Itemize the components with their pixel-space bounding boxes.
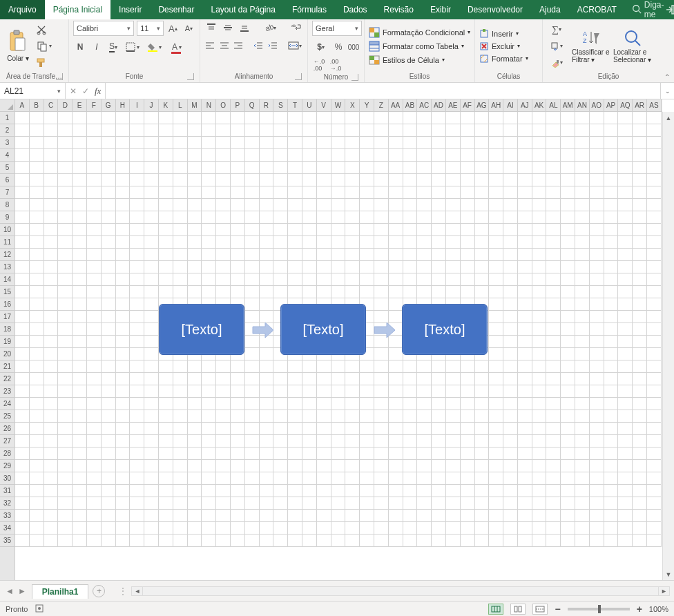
cell[interactable]: [561, 336, 575, 348]
cell[interactable]: [647, 398, 662, 410]
cell[interactable]: [403, 485, 418, 497]
cell[interactable]: [633, 385, 647, 398]
cell[interactable]: [461, 261, 475, 273]
collapse-ribbon-button[interactable]: ⌃: [664, 73, 670, 81]
cell[interactable]: [518, 162, 532, 174]
cell[interactable]: [260, 373, 274, 385]
cell[interactable]: [216, 485, 231, 497]
cell[interactable]: [231, 174, 245, 186]
column-header[interactable]: AF: [461, 99, 475, 111]
cell[interactable]: [489, 273, 503, 286]
cell[interactable]: [374, 373, 389, 385]
cell[interactable]: [461, 385, 475, 398]
cell[interactable]: [489, 149, 503, 162]
cell[interactable]: [260, 497, 274, 510]
cell[interactable]: [546, 174, 561, 186]
cell[interactable]: [116, 162, 131, 174]
cell[interactable]: [302, 447, 317, 460]
cell[interactable]: [102, 435, 116, 447]
cell[interactable]: [374, 348, 389, 360]
tell-me-search[interactable]: Diga-me: [632, 0, 664, 19]
cell[interactable]: [288, 510, 302, 522]
row-header[interactable]: 14: [0, 273, 15, 286]
cell[interactable]: [231, 211, 245, 224]
cell[interactable]: [73, 249, 87, 261]
cell[interactable]: [30, 510, 44, 522]
cell[interactable]: [489, 162, 503, 174]
cell[interactable]: [546, 497, 561, 510]
row-header[interactable]: 4: [0, 149, 15, 162]
row-header[interactable]: 33: [0, 510, 15, 522]
cell[interactable]: [58, 497, 73, 510]
cell[interactable]: [604, 286, 619, 298]
cell[interactable]: [102, 236, 116, 249]
cell[interactable]: [518, 124, 532, 137]
cell[interactable]: [159, 522, 173, 535]
cell[interactable]: [489, 472, 503, 485]
cell[interactable]: [173, 224, 188, 236]
cell[interactable]: [647, 385, 662, 398]
cell[interactable]: [446, 273, 461, 286]
smartart-box-3[interactable]: [Texto]: [402, 304, 488, 355]
cell[interactable]: [633, 112, 647, 124]
cell[interactable]: [130, 410, 144, 423]
row-header[interactable]: 10: [0, 224, 15, 236]
cell[interactable]: [647, 261, 662, 273]
cell[interactable]: [245, 410, 260, 423]
cell[interactable]: [618, 385, 633, 398]
cell[interactable]: [489, 460, 503, 472]
cell[interactable]: [417, 211, 432, 224]
cell[interactable]: [532, 497, 547, 510]
sheet-nav-prev[interactable]: ◄: [6, 586, 14, 596]
cell[interactable]: [618, 323, 633, 336]
cell[interactable]: [575, 535, 590, 547]
cell[interactable]: [618, 472, 633, 485]
row-header[interactable]: 25: [0, 410, 15, 423]
cell[interactable]: [604, 174, 619, 186]
cell[interactable]: [173, 360, 188, 373]
cell[interactable]: [144, 472, 159, 485]
cell[interactable]: [202, 286, 216, 298]
cell[interactable]: [604, 398, 619, 410]
cell[interactable]: [144, 224, 159, 236]
cell[interactable]: [231, 398, 245, 410]
cell[interactable]: [489, 199, 503, 211]
cell[interactable]: [389, 298, 403, 311]
cell[interactable]: [389, 348, 403, 360]
cell[interactable]: [389, 423, 403, 435]
cell[interactable]: [288, 385, 302, 398]
cell[interactable]: [374, 137, 389, 149]
column-header[interactable]: AQ: [618, 99, 633, 111]
cell[interactable]: [518, 137, 532, 149]
cell[interactable]: [546, 472, 561, 485]
cell[interactable]: [403, 398, 418, 410]
cell[interactable]: [159, 186, 173, 199]
cell[interactable]: [159, 273, 173, 286]
cell[interactable]: [403, 273, 418, 286]
cell[interactable]: [374, 360, 389, 373]
cell[interactable]: [116, 124, 131, 137]
cell[interactable]: [590, 385, 604, 398]
cell[interactable]: [503, 535, 518, 547]
cell[interactable]: [503, 485, 518, 497]
cell[interactable]: [144, 360, 159, 373]
cell[interactable]: [518, 535, 532, 547]
column-header[interactable]: P: [231, 99, 245, 111]
cell[interactable]: [518, 298, 532, 311]
cell[interactable]: [202, 224, 216, 236]
cell[interactable]: [618, 211, 633, 224]
cell[interactable]: [144, 460, 159, 472]
column-header[interactable]: AK: [532, 99, 547, 111]
cell[interactable]: [73, 236, 87, 249]
cell[interactable]: [288, 199, 302, 211]
cell[interactable]: [188, 447, 202, 460]
cell[interactable]: [432, 137, 446, 149]
cell[interactable]: [102, 286, 116, 298]
cell[interactable]: [44, 460, 59, 472]
merge-center-button[interactable]: ▾: [287, 39, 303, 52]
cell[interactable]: [532, 360, 547, 373]
cell[interactable]: [475, 373, 490, 385]
cell[interactable]: [360, 398, 374, 410]
cell[interactable]: [345, 447, 360, 460]
cell[interactable]: [159, 510, 173, 522]
